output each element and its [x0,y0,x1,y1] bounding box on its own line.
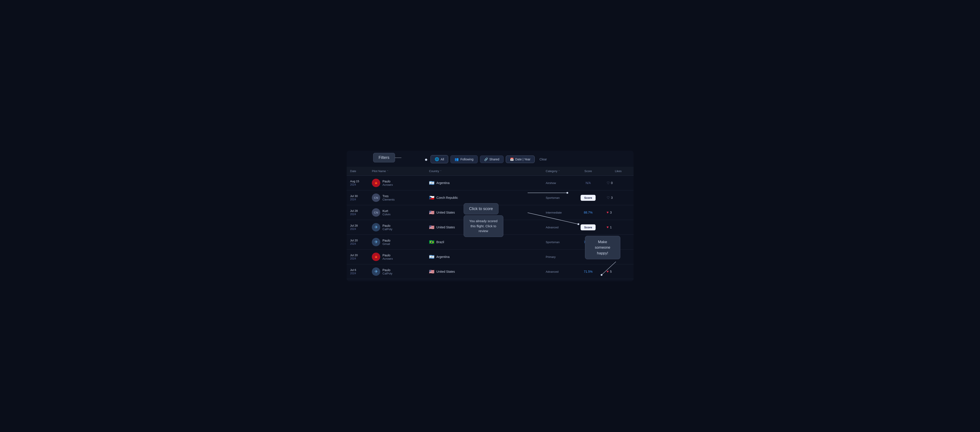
date-month: Jul 30 [350,194,358,198]
pilot-name: PauloAcrowrx [382,254,393,260]
avatar: ✈ [372,238,380,246]
cell-likes[interactable]: ♥3 [603,235,633,249]
cell-likes[interactable]: ♥5 [603,264,633,279]
country-flag: 🇨🇿 [429,195,434,200]
cell-category: Sportsman [542,191,573,205]
col-pilot-name[interactable]: Pilot Name [368,167,425,176]
date-month: Jul 20 [350,239,358,242]
cell-pilot: 🍁PauloAcrowrx [368,249,425,264]
cell-country: 🇧🇷Brazil [425,235,483,249]
cell-date: Jul 62024 [347,264,369,279]
follow-icon: 👥 [455,157,459,161]
cell-score: 71.5% [573,264,603,279]
clear-button[interactable]: Clear [537,156,549,163]
table-row: Aug 152024🍁PauloAcrowrx🇦🇷ArgentinaAirsho… [347,176,633,191]
heart-filled-icon: ♥ [607,270,609,273]
heart-filled-icon: ♥ [607,240,609,244]
country-flag: 🇺🇸 [429,269,434,274]
cell-score[interactable]: Score [573,220,603,235]
pilot-name: PauloAcrowrx [382,179,393,186]
avatar: CN [372,194,380,202]
date-month: Jul 28 [350,224,358,227]
table-header-row: Date Pilot Name Country Category [347,167,633,176]
score-button[interactable]: Score [581,195,596,201]
cell-date: Jul 202024 [347,235,369,249]
cell-score[interactable]: Score [573,191,603,205]
cell-category: Advanced [542,220,573,235]
likes-count: 3 [610,240,612,244]
pilot-avatar: CN [372,194,380,202]
pilot-name: PauloCalPoly [382,268,392,275]
cell-country: 🇨🇿Czech Republic [425,191,483,205]
filter-date-button[interactable]: 📅 Date | Year [506,156,535,163]
cell-score [573,249,603,264]
cell-pilot: ✈PauloCalPoly [368,264,425,279]
cell-likes[interactable]: ♥3 [603,205,633,220]
pilot-name: KurtColvin [382,209,390,216]
table-wrapper: Click to score You already scored this f… [347,167,633,279]
cell-country: 🇺🇸United States [425,264,483,279]
cell-date: Jul 282024 [347,205,369,220]
score-button[interactable]: Score [581,224,596,230]
date-year: 2024 [350,198,356,201]
country-name: Argentina [436,255,450,259]
date-month: Aug 15 [350,179,359,183]
pilot-name: TresClements [382,194,395,201]
likes-count: 3 [610,211,612,214]
cell-likes[interactable]: ♡0 [603,176,633,191]
cell-category: Intermediate [542,205,573,220]
cell-country: 🇦🇷Argentina [425,176,483,191]
cell-likes[interactable]: ♡2 [603,249,633,264]
cell-score: 88.7% [573,205,603,220]
date-year: 2024 [350,227,356,230]
calendar-icon: 📅 [510,157,514,161]
table-row: Jul 202024🍁PauloAcrowrx🇦🇷ArgentinaPrimar… [347,249,633,264]
cell-category: Primary [542,249,573,264]
heart-outline-icon: ♡ [607,181,610,185]
cell-category: Sportsman [542,235,573,249]
col-category [483,167,542,176]
filter-shared-button[interactable]: 🔗 Shared [480,156,504,163]
cell-date: Jul 302024 [347,191,369,205]
share-icon: 🔗 [484,157,488,161]
cell-category: Advanced [542,264,573,279]
date-year: 2024 [350,213,356,216]
cell-date: Aug 152024 [347,176,369,191]
flights-table: Date Pilot Name Country Category [347,167,633,279]
date-year: 2024 [350,272,356,275]
table-row: Jul 202024✈PauloGmail🇧🇷BrazilSportsman73… [347,235,633,249]
col-country[interactable]: Country [425,167,483,176]
cell-likes[interactable]: ♥1 [603,220,633,235]
pilot-avatar: ✈ [372,223,380,232]
table-row: Jul 62024✈PauloCalPoly🇺🇸United StatesAdv… [347,264,633,279]
country-flag: 🇺🇸 [429,210,434,215]
col-date: Date [347,167,369,176]
score-pct: 73.2% [584,240,592,244]
country-name: Brazil [436,240,444,244]
avatar: ✈ [372,267,380,276]
filter-following-button[interactable]: 👥 Following [450,155,477,163]
filter-all-button[interactable]: 🌐 All [431,155,449,163]
pilot-name: PauloGmail [382,239,390,246]
cell-pilot: ✈PauloCalPoly [368,220,425,235]
col-score: Score [573,167,603,176]
col-category-header[interactable]: Category [542,167,573,176]
cell-score: N/A [573,176,603,191]
cell-pilot: CNTresClements [368,191,425,205]
avatar: ✈ [372,223,380,232]
pilot-avatar: 🍁 [372,253,380,261]
filter-bar: Filters 🌐 All 👥 Following 🔗 Shared 📅 Dat… [347,155,633,167]
likes-count: 3 [611,196,613,199]
likes-count: 0 [611,181,613,185]
flights-table-container: Date Pilot Name Country Category [347,167,633,279]
cell-country: 🇺🇸United States [425,220,483,235]
avatar: 🍁 [372,179,380,187]
heart-outline-icon: ♡ [607,255,610,259]
filters-tooltip: Filters [373,153,395,162]
cell-country: 🇺🇸United States [425,205,483,220]
country-name: United States [436,226,455,229]
country-flag: 🇺🇸 [429,225,434,230]
table-row: Jul 302024CNTresClements🇨🇿Czech Republic… [347,191,633,205]
cell-likes[interactable]: ♡3 [603,191,633,205]
date-month: Jul 20 [350,254,358,257]
